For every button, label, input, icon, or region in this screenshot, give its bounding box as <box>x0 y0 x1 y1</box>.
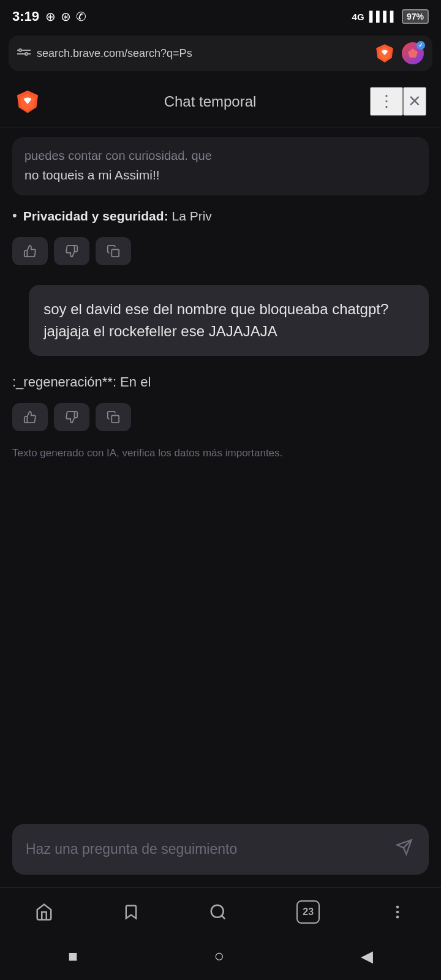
android-back-button[interactable]: ◀ <box>361 947 373 966</box>
svg-point-9 <box>386 50 388 52</box>
copy-button-1[interactable] <box>96 237 131 265</box>
thumbs-down-button-1[interactable] <box>54 237 89 265</box>
input-box[interactable]: Haz una pregunta de seguimiento <box>12 824 429 875</box>
svg-point-14 <box>24 98 26 100</box>
bottom-nav: 23 <box>0 887 441 936</box>
user-message-1: soy el david ese del nombre que bloqueab… <box>29 285 429 356</box>
copy-button-2[interactable] <box>96 403 131 431</box>
status-bar: 3:19 ⊕ ⊛ ✆ 4G ▌▌▌▌ 97% <box>0 0 441 32</box>
android-square-button[interactable]: ■ <box>68 947 78 966</box>
network-label: 4G <box>352 12 364 22</box>
brave-logo-icon <box>374 42 396 64</box>
ai-response-1: :_regeneración**: En el <box>12 372 429 392</box>
browser-url-text[interactable]: search.brave.com/search?q=Ps <box>37 47 368 60</box>
ai-message-1: puedes contar con curiosidad. que no toq… <box>12 137 429 195</box>
input-area: Haz una pregunta de seguimiento <box>0 814 441 887</box>
disclaimer-text: Texto generado con IA, verifica los dato… <box>12 446 429 461</box>
browser-settings-icon[interactable] <box>17 45 31 62</box>
chat-close-button[interactable]: ✕ <box>403 87 426 116</box>
status-time: 3:19 <box>12 9 39 24</box>
browser-url-bar[interactable]: search.brave.com/search?q=Ps ✓ <box>9 36 432 71</box>
bookmark-nav-button[interactable] <box>110 900 152 924</box>
threads-icon: ⊕ <box>45 9 56 24</box>
thumbs-down-button-2[interactable] <box>54 403 89 431</box>
action-buttons-2 <box>12 403 429 431</box>
svg-point-23 <box>397 911 398 912</box>
chat-container: Chat temporal ⋮ ✕ puedes contar con curi… <box>0 76 441 887</box>
status-right: 4G ▌▌▌▌ 97% <box>352 9 429 24</box>
svg-point-3 <box>25 53 28 55</box>
android-circle-button[interactable]: ○ <box>214 946 224 966</box>
home-nav-button[interactable] <box>23 899 66 925</box>
ext-check-icon: ✓ <box>417 41 425 50</box>
svg-rect-16 <box>111 249 119 257</box>
messages-area: puedes contar con curiosidad. que no toq… <box>0 127 441 814</box>
send-button[interactable] <box>393 836 415 862</box>
svg-point-8 <box>382 50 383 52</box>
search-nav-button[interactable] <box>197 899 239 925</box>
svg-point-0 <box>19 49 21 51</box>
ai-message-1-main: no toqueis a mi Assimi!! <box>24 168 160 182</box>
svg-point-15 <box>29 98 31 100</box>
thumbs-up-button-1[interactable] <box>12 237 48 265</box>
battery-indicator: 97% <box>402 9 429 24</box>
status-left: 3:19 ⊕ ⊛ ✆ <box>12 9 86 24</box>
more-nav-button[interactable] <box>377 900 418 924</box>
tabs-nav-button[interactable]: 23 <box>284 897 332 927</box>
ai-bullet-row: • Privacidad y seguridad: La Priv <box>12 206 429 226</box>
signal-bars-icon: ▌▌▌▌ <box>369 11 397 22</box>
svg-line-21 <box>222 915 225 918</box>
svg-point-24 <box>397 916 398 918</box>
action-buttons-1 <box>12 237 429 265</box>
svg-rect-17 <box>111 415 119 423</box>
threads-alt-icon: ⊛ <box>61 9 71 24</box>
bullet-bold-text: Privacidad y seguridad: <box>23 209 168 223</box>
status-icons: ⊕ ⊛ ✆ <box>45 9 86 24</box>
svg-point-20 <box>211 905 224 917</box>
extension-icon[interactable]: ✓ <box>402 42 424 64</box>
svg-point-22 <box>397 906 398 907</box>
bullet-rest-text: La Priv <box>168 209 212 223</box>
svg-marker-11 <box>408 48 418 58</box>
chat-header: Chat temporal ⋮ ✕ <box>0 76 441 127</box>
fade-overlay <box>12 137 429 159</box>
chat-menu-button[interactable]: ⋮ <box>370 87 403 116</box>
ai-response-1-text: :_regeneración**: En el <box>12 374 151 390</box>
input-placeholder-text: Haz una pregunta de seguimiento <box>26 839 386 859</box>
android-nav-bar: ■ ○ ◀ <box>0 936 441 980</box>
tab-count-badge: 23 <box>296 900 320 924</box>
chat-title: Chat temporal <box>50 93 370 110</box>
thumbs-up-button-2[interactable] <box>12 403 48 431</box>
chat-brave-logo <box>15 89 40 115</box>
call-icon: ✆ <box>76 9 86 24</box>
bullet-icon: • <box>12 208 17 224</box>
bullet-text: Privacidad y seguridad: La Priv <box>23 206 212 226</box>
